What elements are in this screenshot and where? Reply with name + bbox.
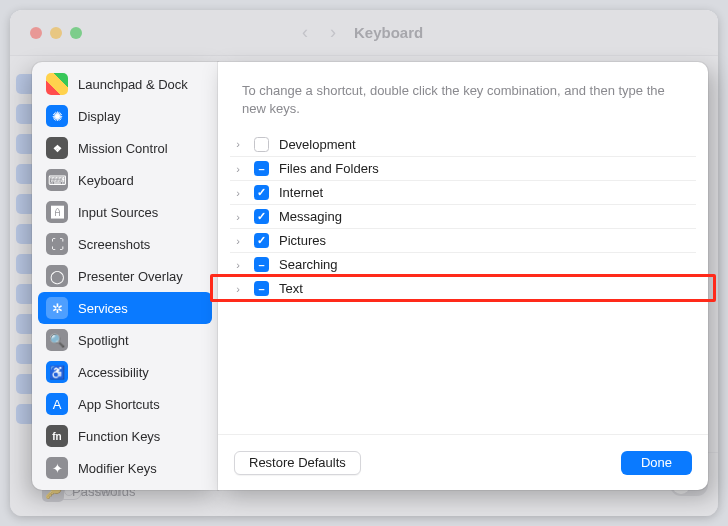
spotlight-icon: 🔍	[46, 329, 68, 351]
category-checkbox[interactable]	[254, 137, 269, 152]
sidebar-item-modifier-keys[interactable]: ✦Modifier Keys	[38, 452, 212, 484]
disclosure-chevron-icon[interactable]: ›	[232, 138, 244, 150]
sidebar-item-services[interactable]: ✲Services	[38, 292, 212, 324]
screenshots-icon: ⛶	[46, 233, 68, 255]
disclosure-chevron-icon[interactable]: ›	[232, 283, 244, 295]
mission-control-icon: ❖	[46, 137, 68, 159]
restore-defaults-button[interactable]: Restore Defaults	[234, 451, 361, 475]
category-row-text[interactable]: ›–Text	[230, 276, 696, 300]
disclosure-chevron-icon[interactable]: ›	[232, 163, 244, 175]
services-panel: To change a shortcut, double click the k…	[218, 62, 708, 490]
titlebar: ‹ › Keyboard	[10, 10, 718, 56]
zoom-icon[interactable]	[70, 27, 82, 39]
sidebar-item-label: Presenter Overlay	[78, 269, 183, 284]
sidebar-item-mission-control[interactable]: ❖Mission Control	[38, 132, 212, 164]
sidebar-item-label: Screenshots	[78, 237, 150, 252]
sidebar-item-label: Mission Control	[78, 141, 168, 156]
window-title: Keyboard	[354, 24, 423, 41]
window-controls	[30, 27, 82, 39]
category-label: Text	[279, 281, 303, 296]
forward-icon[interactable]: ›	[330, 22, 336, 43]
sidebar-item-label: Display	[78, 109, 121, 124]
instruction-text: To change a shortcut, double click the k…	[218, 62, 708, 132]
category-checkbox[interactable]: ✓	[254, 185, 269, 200]
sidebar-item-label: Input Sources	[78, 205, 158, 220]
sidebar-item-label: Accessibility	[78, 365, 149, 380]
category-label: Development	[279, 137, 356, 152]
category-checkbox[interactable]: ✓	[254, 209, 269, 224]
sidebar-item-label: Modifier Keys	[78, 461, 157, 476]
done-button[interactable]: Done	[621, 451, 692, 475]
disclosure-chevron-icon[interactable]: ›	[232, 259, 244, 271]
category-label: Files and Folders	[279, 161, 379, 176]
presenter-overlay-icon: ◯	[46, 265, 68, 287]
sidebar-item-launchpad-dock[interactable]: Launchpad & Dock	[38, 68, 212, 100]
sidebar-item-label: App Shortcuts	[78, 397, 160, 412]
modifier-keys-icon: ✦	[46, 457, 68, 479]
sidebar-item-function-keys[interactable]: fnFunction Keys	[38, 420, 212, 452]
input-sources-icon: 🅰	[46, 201, 68, 223]
sidebar-item-screenshots[interactable]: ⛶Screenshots	[38, 228, 212, 260]
services-icon: ✲	[46, 297, 68, 319]
sidebar-item-app-shortcuts[interactable]: AApp Shortcuts	[38, 388, 212, 420]
panel-footer: Restore Defaults Done	[218, 434, 708, 490]
category-checkbox[interactable]: –	[254, 281, 269, 296]
category-row-pictures[interactable]: ›✓Pictures	[230, 228, 696, 252]
category-row-internet[interactable]: ›✓Internet	[230, 180, 696, 204]
category-checkbox[interactable]: ✓	[254, 233, 269, 248]
keyboard-icon: ⌨	[46, 169, 68, 191]
category-label: Pictures	[279, 233, 326, 248]
category-row-development[interactable]: ›Development	[230, 132, 696, 156]
sidebar-item-label: Spotlight	[78, 333, 129, 348]
category-label: Messaging	[279, 209, 342, 224]
disclosure-chevron-icon[interactable]: ›	[232, 235, 244, 247]
sidebar-item-presenter-overlay[interactable]: ◯Presenter Overlay	[38, 260, 212, 292]
shortcuts-sidebar: Launchpad & Dock✺Display❖Mission Control…	[32, 62, 218, 490]
minimize-icon[interactable]	[50, 27, 62, 39]
sidebar-item-spotlight[interactable]: 🔍Spotlight	[38, 324, 212, 356]
sidebar-item-input-sources[interactable]: 🅰Input Sources	[38, 196, 212, 228]
sidebar-item-keyboard[interactable]: ⌨Keyboard	[38, 164, 212, 196]
disclosure-chevron-icon[interactable]: ›	[232, 211, 244, 223]
service-category-list: ›Development›–Files and Folders›✓Interne…	[218, 132, 708, 434]
nav-arrows: ‹ ›	[302, 22, 336, 43]
category-checkbox[interactable]: –	[254, 257, 269, 272]
launchpad-dock-icon	[46, 73, 68, 95]
sidebar-item-label: Function Keys	[78, 429, 160, 444]
app-shortcuts-icon: A	[46, 393, 68, 415]
sidebar-item-label: Launchpad & Dock	[78, 77, 188, 92]
disclosure-chevron-icon[interactable]: ›	[232, 187, 244, 199]
category-checkbox[interactable]: –	[254, 161, 269, 176]
category-label: Searching	[279, 257, 338, 272]
function-keys-icon: fn	[46, 425, 68, 447]
display-icon: ✺	[46, 105, 68, 127]
sidebar-item-label: Services	[78, 301, 128, 316]
close-icon[interactable]	[30, 27, 42, 39]
sidebar-item-label: Keyboard	[78, 173, 134, 188]
sidebar-item-accessibility[interactable]: ♿Accessibility	[38, 356, 212, 388]
sidebar-item-display[interactable]: ✺Display	[38, 100, 212, 132]
category-label: Internet	[279, 185, 323, 200]
category-row-searching[interactable]: ›–Searching	[230, 252, 696, 276]
category-row-messaging[interactable]: ›✓Messaging	[230, 204, 696, 228]
category-row-files-and-folders[interactable]: ›–Files and Folders	[230, 156, 696, 180]
accessibility-icon: ♿	[46, 361, 68, 383]
back-icon[interactable]: ‹	[302, 22, 308, 43]
